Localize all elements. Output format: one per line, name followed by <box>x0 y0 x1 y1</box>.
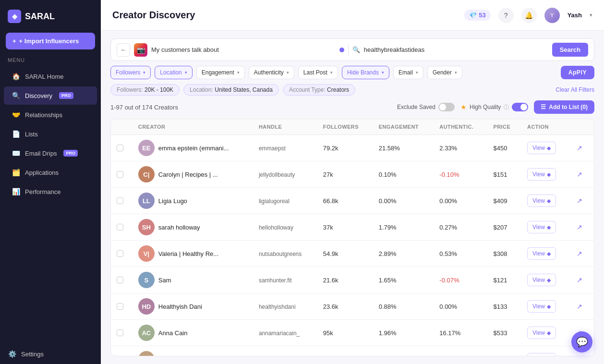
exclude-saved-switch[interactable] <box>438 103 455 111</box>
filter-email[interactable]: Email ▾ <box>393 66 423 79</box>
row-checkbox[interactable] <box>117 197 123 204</box>
back-button[interactable]: ← <box>117 43 130 57</box>
row-checkbox[interactable] <box>117 250 123 257</box>
sidebar-item-relationships[interactable]: 🤝 Relationships <box>4 106 97 124</box>
row-handle-cell: ligialugoreal <box>253 188 317 214</box>
external-link-button[interactable]: ↗ <box>575 221 584 233</box>
chevron-down-icon: ▾ <box>382 70 384 75</box>
row-price-cell: $133 <box>487 293 521 320</box>
filter-last-post[interactable]: Last Post ▾ <box>298 66 338 79</box>
external-link-button[interactable]: ↗ <box>575 274 584 286</box>
view-button[interactable]: View ◆ <box>527 300 556 313</box>
row-checkbox[interactable] <box>117 277 123 283</box>
sidebar: ◈ SARAL + + Import Influencers Menu 🏠 SA… <box>0 0 101 364</box>
filter-engagement[interactable]: Engagement ▾ <box>196 66 245 79</box>
row-checkbox[interactable] <box>117 329 123 336</box>
email-drips-icon: ✉️ <box>12 149 20 158</box>
view-button[interactable]: View ◆ <box>527 247 556 260</box>
view-button[interactable]: View ◆ <box>527 168 556 181</box>
row-price-cell: $151 <box>487 161 521 188</box>
sidebar-item-email-drips[interactable]: ✉️ Email Drips PRO <box>4 144 97 162</box>
price-value: $151 <box>493 171 507 178</box>
external-link-button[interactable]: ↗ <box>575 353 584 356</box>
creator-avatar: SH <box>138 351 155 356</box>
row-checkbox[interactable] <box>117 171 123 178</box>
row-action-cell: View ◆ <box>521 135 569 161</box>
view-button[interactable]: View ◆ <box>527 353 556 356</box>
row-followers-cell: 54.9k <box>317 241 373 267</box>
import-icon: + <box>12 37 16 45</box>
col-followers: Followers <box>317 119 373 135</box>
authenticity-value: 0.07% <box>439 356 457 356</box>
col-price: Price <box>487 119 521 135</box>
sidebar-item-performance[interactable]: 📊 Performance <box>4 182 97 201</box>
external-link-button[interactable]: ↗ <box>575 195 584 206</box>
diamond-icon: ◆ <box>547 330 551 336</box>
diamond-icon: ◆ <box>547 277 551 283</box>
info-icon: ⓘ <box>504 104 509 111</box>
filter-gender[interactable]: Gender ▾ <box>427 66 462 79</box>
external-link-button[interactable]: ↗ <box>575 301 584 312</box>
filter-followers[interactable]: Followers ▾ <box>110 66 151 79</box>
sidebar-item-applications[interactable]: 🗂️ Applications <box>4 163 97 182</box>
table-row: V| Valeria | Healthy Re... nutsaboutgree… <box>111 241 594 267</box>
discovery-icon: 🔍 <box>12 91 20 100</box>
creator-avatar: AC <box>138 325 155 341</box>
add-to-list-button[interactable]: ☰ Add to List (0) <box>534 100 594 114</box>
table-scroll[interactable]: Creator Handle Followers Engagement Auth… <box>111 119 594 356</box>
row-creator-cell: SH sarah holloway <box>133 214 253 241</box>
logo-icon: ◈ <box>8 10 21 23</box>
view-button[interactable]: View ◆ <box>527 274 556 286</box>
high-quality-switch[interactable] <box>512 103 528 111</box>
clear-all-filters-button[interactable]: Clear All Filters <box>556 86 594 93</box>
chat-bubble[interactable]: 💬 <box>571 331 592 352</box>
external-link-button[interactable]: ↗ <box>575 169 584 180</box>
applications-icon: 🗂️ <box>12 168 20 177</box>
row-checkbox-cell <box>111 188 133 214</box>
import-influencers-button[interactable]: + + Import Influencers <box>6 33 95 49</box>
row-followers-cell: 23.6k <box>317 293 373 320</box>
row-creator-cell: S Sam <box>133 267 253 293</box>
row-authenticity-cell: 0.27% <box>434 214 487 241</box>
filters-row: Followers ▾ Location ▾ Engagement ▾ Auth… <box>110 66 594 79</box>
external-link-button[interactable]: ↗ <box>575 248 584 259</box>
view-button[interactable]: View ◆ <box>527 142 556 154</box>
sidebar-item-lists[interactable]: 📄 Lists <box>4 125 97 143</box>
sidebar-item-label: Applications <box>25 169 59 176</box>
sidebar-item-discovery[interactable]: 🔍 Discovery PRO <box>4 86 97 105</box>
row-checkbox[interactable] <box>117 145 123 151</box>
filter-hide-brands[interactable]: Hide Brands ▾ <box>342 66 389 79</box>
filter-authenticity[interactable]: Authenticity ▾ <box>249 66 294 79</box>
row-checkbox[interactable] <box>117 224 123 231</box>
view-button[interactable]: View ◆ <box>527 327 556 339</box>
row-action-cell: View ◆ <box>521 214 569 241</box>
authenticity-value: 2.33% <box>439 145 457 152</box>
high-quality-toggle: ★ High Quality ⓘ <box>460 103 528 111</box>
notifications-button[interactable]: 🔔 <box>521 8 537 23</box>
sidebar-item-label: Relationships <box>25 111 62 119</box>
row-authenticity-cell: 0.00% <box>434 188 487 214</box>
sidebar-item-home[interactable]: 🏠 SARAL Home <box>4 67 97 85</box>
col-action: Action <box>521 119 569 135</box>
chevron-down-icon: ▾ <box>185 70 187 75</box>
settings-item[interactable]: ⚙️ Settings <box>0 344 101 364</box>
credits-badge: 💎 53 <box>464 10 490 21</box>
search-magnify-icon: 🔍 <box>352 46 360 53</box>
search-button[interactable]: Search <box>552 43 588 57</box>
external-link-button[interactable]: ↗ <box>575 142 584 154</box>
view-button[interactable]: View ◆ <box>527 194 556 207</box>
price-value: $207 <box>493 224 507 231</box>
apply-filters-button[interactable]: ApPlY <box>561 66 594 79</box>
row-price-cell: $308 <box>487 241 521 267</box>
help-button[interactable]: ? <box>498 8 514 23</box>
authenticity-value: 0.00% <box>439 197 457 205</box>
row-action-cell: View ◆ <box>521 346 569 356</box>
view-button[interactable]: View ◆ <box>527 221 556 233</box>
row-checkbox[interactable] <box>117 303 123 310</box>
row-ext-cell: ↗ <box>569 135 594 161</box>
filter-location[interactable]: Location ▾ <box>155 66 192 79</box>
authenticity-value: 0.00% <box>439 303 457 310</box>
price-value: $533 <box>493 329 507 337</box>
creator-handle: ligialugoreal <box>259 198 290 205</box>
followers-value: 27k <box>323 171 333 178</box>
